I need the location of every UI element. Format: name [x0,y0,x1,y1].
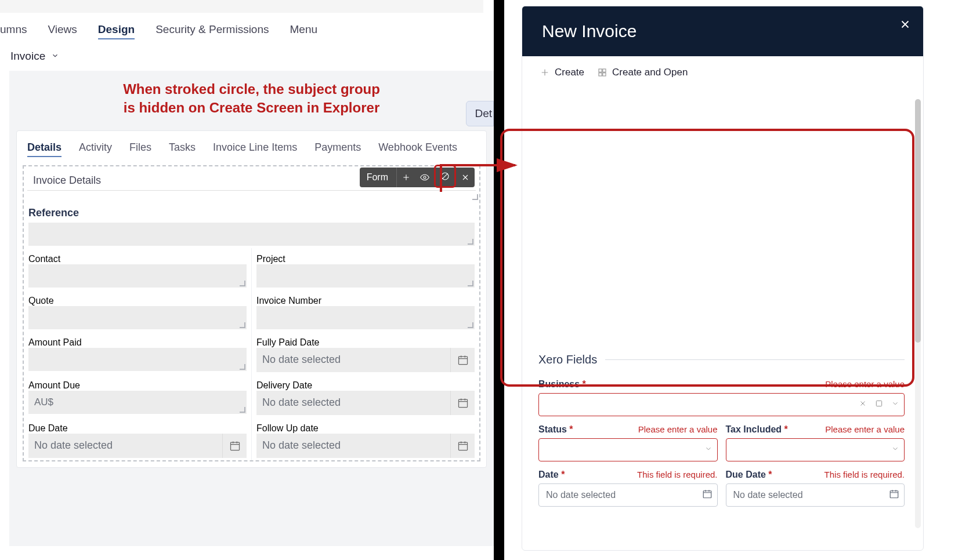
svg-rect-9 [603,73,606,76]
svg-rect-3 [458,399,467,407]
close-icon[interactable] [899,18,912,33]
svg-rect-5 [458,442,467,450]
itab-webhook[interactable]: Webhook Events [378,141,457,157]
chevron-down-icon[interactable] [891,445,899,455]
calendar-icon[interactable] [450,348,475,372]
itab-details[interactable]: Details [27,141,62,157]
itab-payments[interactable]: Payments [314,141,361,157]
err-tax-included: Please enter a value [825,424,905,434]
svg-rect-6 [599,69,602,72]
form-toolbar: Form [360,168,475,187]
label-followup-date: Follow Up date [256,423,475,434]
label-invoice-number: Invoice Number [256,296,475,306]
tab-menu[interactable]: Menu [290,23,318,39]
calendar-icon[interactable] [702,489,713,501]
itab-lineitems[interactable]: Invoice Line Items [213,141,297,157]
label-reference: Reference [28,207,475,223]
label-project: Project [256,254,475,264]
chevron-down-icon [51,50,59,63]
svg-point-0 [424,176,426,179]
plus-icon[interactable] [397,168,415,187]
input-invoice-number[interactable] [256,306,475,329]
input-contact[interactable] [28,264,247,288]
calendar-icon[interactable] [889,489,899,501]
input-amount-due[interactable]: AU$ [28,391,247,414]
itab-files[interactable]: Files [129,141,151,157]
input-followup-date[interactable]: No date selected [256,434,475,458]
label-fully-paid-date: Fully Paid Date [256,337,475,348]
input-status[interactable] [538,438,718,461]
annotation-box [500,129,914,387]
label-amount-paid: Amount Paid [28,337,247,348]
svg-rect-12 [890,491,898,498]
tab-columns[interactable]: umns [0,23,27,39]
err-date: This field is required. [637,470,717,479]
svg-rect-10 [876,401,881,406]
svg-rect-11 [703,491,711,498]
close-icon[interactable] [456,168,475,187]
err-due-date-r: This field is required. [824,470,905,479]
label-delivery-date: Delivery Date [256,380,475,391]
annotation-text: When stroked circle, the subject group i… [9,71,494,118]
calendar-icon[interactable] [450,434,475,458]
itab-tasks[interactable]: Tasks [169,141,196,157]
input-due-date-r[interactable]: No date selected [726,483,905,507]
input-project[interactable] [256,264,475,288]
details-side-button[interactable]: Det [466,101,494,126]
svg-rect-8 [599,73,602,76]
label-contact: Contact [28,254,247,264]
input-date[interactable]: No date selected [538,483,718,507]
input-amount-paid[interactable] [28,348,247,371]
input-quote[interactable] [28,306,247,329]
create-and-open-button[interactable]: Create and Open [597,67,688,78]
svg-rect-7 [603,69,606,72]
calendar-icon[interactable] [222,434,247,458]
top-tabs: umns Views Design Security & Permissions… [0,17,494,48]
eye-icon[interactable] [415,168,434,187]
input-due-date[interactable]: No date selected [28,434,247,458]
modal-title: New Invoice [542,21,905,41]
svg-rect-2 [458,357,467,364]
input-reference[interactable] [28,223,475,246]
label-amount-due: Amount Due [28,380,247,391]
input-business[interactable] [538,393,905,416]
top-strip [0,0,483,13]
itab-activity[interactable]: Activity [79,141,112,157]
form-toolbar-label: Form [360,168,397,187]
label-due-date: Due Date [28,423,247,434]
svg-rect-4 [230,442,239,450]
form-zone[interactable]: Form Invoice Details Reference [23,165,480,461]
label-date: Date * [538,470,565,480]
create-button[interactable]: Create [540,67,584,78]
label-quote: Quote [28,296,247,306]
inner-tabs: Details Activity Files Tasks Invoice Lin… [17,131,486,162]
label-tax-included: Tax Included * [726,424,788,435]
clear-icon[interactable] [859,399,867,410]
tab-design[interactable]: Design [98,23,135,39]
input-fully-paid-date[interactable]: No date selected [256,348,475,372]
chevron-down-icon[interactable] [891,399,899,410]
hide-on-create-icon[interactable] [434,165,456,188]
calendar-icon[interactable] [450,391,475,415]
link-icon[interactable] [875,399,883,410]
tab-security[interactable]: Security & Permissions [155,23,269,39]
tab-views[interactable]: Views [48,23,77,39]
input-tax-included[interactable] [726,438,905,461]
label-status: Status * [538,424,573,435]
scrollbar-thumb[interactable] [915,99,921,343]
label-due-date-r: Due Date * [726,470,772,480]
err-status: Please enter a value [638,424,718,434]
scrollbar[interactable] [915,99,921,528]
chevron-down-icon[interactable] [704,445,713,455]
breadcrumb[interactable]: Invoice [0,48,494,71]
breadcrumb-label: Invoice [10,50,45,63]
input-delivery-date[interactable]: No date selected [256,391,475,415]
